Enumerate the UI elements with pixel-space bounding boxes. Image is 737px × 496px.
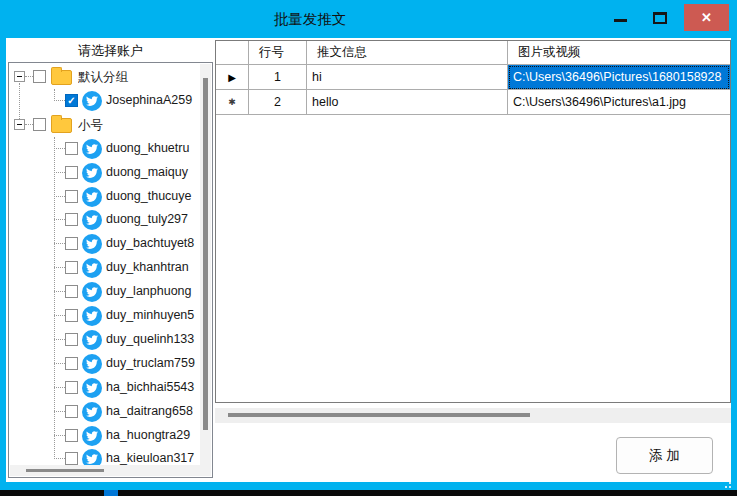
account-checkbox[interactable] — [65, 166, 78, 179]
tweet-grid: 行号 推文信息 图片或视频 ▶1hiC:\Users\36496\Picture… — [215, 40, 731, 403]
account-label: duy_lanphuong — [106, 284, 201, 298]
resize-grip-icon[interactable] — [719, 482, 733, 490]
tree-group-row[interactable]: 小号 — [9, 113, 212, 137]
cell-message[interactable]: hello — [307, 90, 508, 115]
tree-group-row[interactable]: 默认分组 — [9, 65, 212, 89]
account-label: duy_truclam759 — [106, 356, 201, 370]
tree-account-row[interactable]: ha_daitrang658 — [9, 400, 212, 424]
twitter-icon — [82, 258, 102, 278]
account-label: ha_huongtra29 — [106, 428, 201, 442]
account-checkbox[interactable] — [65, 381, 78, 394]
tree-account-row[interactable]: duy_minhuyen5 — [9, 304, 212, 328]
twitter-icon — [82, 139, 102, 159]
table-row: ✱2helloC:\Users\36496\Pictures\a1.jpg — [216, 90, 730, 115]
cell-row-number[interactable]: 1 — [249, 65, 307, 90]
twitter-icon — [82, 282, 102, 302]
app-window: 批量发推文 ✕ 请选择账户 默认分组✓JosephinaA259小号duong_… — [0, 0, 737, 496]
tree-account-row[interactable]: ha_bichhai5543 — [9, 376, 212, 400]
account-label: duy_minhuyen5 — [106, 308, 201, 322]
twitter-icon — [82, 91, 102, 111]
group-label: 小号 — [78, 117, 206, 134]
account-label: duy_quelinh133 — [106, 332, 201, 346]
account-label: ha_kieuloan317 — [106, 451, 201, 465]
account-checkbox[interactable] — [65, 333, 78, 346]
account-checkbox[interactable] — [65, 405, 78, 418]
tree-account-row[interactable]: duong_thucuye — [9, 185, 212, 209]
tree-account-row[interactable]: duy_truclam759 — [9, 352, 212, 376]
twitter-icon — [82, 163, 102, 183]
add-button[interactable]: 添 加 — [616, 437, 713, 474]
minimize-button[interactable] — [614, 19, 627, 22]
account-label: duong_maiquy — [106, 165, 201, 179]
taskbar-accent — [104, 490, 118, 496]
grid-corner-header[interactable] — [216, 41, 249, 65]
folder-icon — [51, 118, 72, 133]
column-header-media[interactable]: 图片或视频 — [508, 41, 730, 65]
tree-account-row[interactable]: duong_maiquy — [9, 161, 212, 185]
account-label: ha_daitrang658 — [106, 404, 201, 418]
account-panel-header: 请选择账户 — [8, 40, 213, 62]
maximize-button[interactable] — [653, 12, 667, 24]
close-button[interactable]: ✕ — [684, 4, 729, 31]
column-header-row-number[interactable]: 行号 — [249, 41, 307, 65]
collapse-toggle-icon[interactable] — [14, 71, 25, 82]
account-checkbox[interactable] — [65, 309, 78, 322]
tree-account-row[interactable]: duy_khanhtran — [9, 256, 212, 280]
account-tree: 默认分组✓JosephinaA259小号duong_khuetruduong_m… — [8, 62, 213, 478]
tree-account-row[interactable]: ha_huongtra29 — [9, 424, 212, 448]
tree-account-row[interactable]: duong_khuetru — [9, 137, 212, 161]
account-checkbox[interactable] — [65, 285, 78, 298]
grid-header-row: 行号 推文信息 图片或视频 — [216, 41, 730, 65]
account-checkbox[interactable] — [65, 190, 78, 203]
tree-account-row[interactable]: duong_tuly297 — [9, 208, 212, 232]
cell-media-path[interactable]: C:\Users\36496\Pictures\a1.jpg — [508, 90, 730, 115]
twitter-icon — [82, 187, 102, 207]
tree-horizontal-scrollbar-thumb[interactable] — [26, 469, 104, 472]
grid-horizontal-scrollbar-thumb[interactable] — [228, 413, 530, 417]
account-label: ha_bichhai5543 — [106, 380, 201, 394]
account-checkbox[interactable] — [65, 213, 78, 226]
account-checkbox[interactable] — [65, 237, 78, 250]
account-label: duy_bachtuyet8 — [106, 236, 201, 250]
grid-horizontal-scrollbar[interactable] — [215, 408, 731, 423]
tree-account-row[interactable]: duy_quelinh133 — [9, 328, 212, 352]
tree-account-row[interactable]: ✓JosephinaA259 — [9, 89, 212, 113]
column-header-message[interactable]: 推文信息 — [307, 41, 508, 65]
cell-media-path[interactable]: C:\Users\36496\Pictures\1680158928 — [508, 65, 730, 90]
account-checkbox[interactable] — [65, 142, 78, 155]
group-checkbox[interactable] — [33, 118, 46, 131]
group-checkbox[interactable] — [33, 70, 46, 83]
twitter-icon — [82, 234, 102, 254]
cell-message[interactable]: hi — [307, 65, 508, 90]
cell-row-number[interactable]: 2 — [249, 90, 307, 115]
tree-account-row[interactable]: duy_bachtuyet8 — [9, 232, 212, 256]
new-row-indicator-icon[interactable]: ✱ — [216, 90, 249, 115]
account-tree-body: 默认分组✓JosephinaA259小号duong_khuetruduong_m… — [9, 63, 212, 477]
account-checkbox[interactable] — [65, 261, 78, 274]
group-label: 默认分组 — [78, 69, 206, 86]
tree-account-row[interactable]: duy_lanphuong — [9, 280, 212, 304]
tree-vertical-scrollbar[interactable] — [200, 64, 211, 476]
twitter-icon — [82, 210, 102, 230]
account-label: duong_thucuye — [106, 189, 201, 203]
account-checkbox[interactable] — [65, 429, 78, 442]
title-bar: 批量发推文 ✕ — [0, 0, 737, 38]
twitter-icon — [82, 330, 102, 350]
tree-vertical-scrollbar-thumb[interactable] — [203, 78, 208, 430]
account-checkbox[interactable] — [65, 452, 78, 465]
window-title: 批量发推文 — [0, 0, 620, 38]
twitter-icon — [82, 354, 102, 374]
grid-rows: ▶1hiC:\Users\36496\Pictures\1680158928✱2… — [216, 65, 730, 115]
account-checkbox[interactable]: ✓ — [65, 94, 78, 107]
collapse-toggle-icon[interactable] — [14, 119, 25, 130]
account-checkbox[interactable] — [65, 357, 78, 370]
current-row-indicator-icon[interactable]: ▶ — [216, 65, 249, 90]
twitter-icon — [82, 378, 102, 398]
twitter-icon — [82, 306, 102, 326]
window-border-left — [0, 38, 6, 490]
table-row: ▶1hiC:\Users\36496\Pictures\1680158928 — [216, 65, 730, 90]
tree-horizontal-scrollbar[interactable] — [10, 465, 200, 476]
window-border-right — [731, 38, 737, 490]
account-label: JosephinaA259 — [106, 93, 201, 107]
folder-icon — [51, 70, 72, 85]
